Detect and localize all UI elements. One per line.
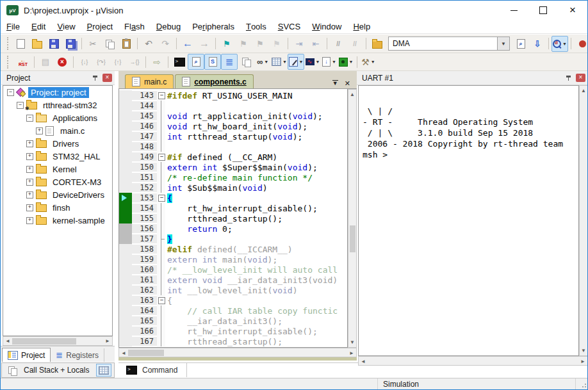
- step-out-icon[interactable]: {↑}: [110, 54, 126, 70]
- tree-expander-icon[interactable]: +: [26, 191, 33, 199]
- tree-expander-icon[interactable]: −: [26, 115, 33, 122]
- tree-item-rtthread-stm32[interactable]: −rtthread-stm32: [3, 99, 112, 111]
- close-button[interactable]: [558, 1, 587, 20]
- fold-column[interactable]: [157, 162, 165, 172]
- title-bar[interactable]: D:\project.uvprojx - µVision: [1, 1, 587, 20]
- navigate-forward-icon[interactable]: →: [196, 36, 213, 52]
- call-stack-window-icon[interactable]: [238, 54, 254, 70]
- fold-column[interactable]: [157, 203, 165, 213]
- watch-window-icon[interactable]: ∞▼: [254, 54, 271, 70]
- next-bookmark-icon[interactable]: ⚑: [252, 36, 268, 52]
- menu-project[interactable]: Project: [81, 20, 118, 33]
- uart-vscrollbar[interactable]: ▲ ▼: [579, 85, 588, 356]
- system-viewer-icon[interactable]: ↓▼: [321, 54, 338, 70]
- maximize-button[interactable]: [528, 1, 558, 20]
- tree-expander-icon[interactable]: +: [26, 217, 33, 224]
- uart-terminal[interactable]: \ | / - RT - Thread Operating System / |…: [358, 85, 579, 356]
- fold-column[interactable]: −: [157, 295, 165, 305]
- code-line-152[interactable]: 152int $Sub$$main(void): [119, 183, 347, 193]
- step-over-icon[interactable]: {↷}: [93, 54, 110, 70]
- stop-icon[interactable]: [54, 54, 70, 70]
- tree-item-finsh[interactable]: +finsh: [3, 201, 112, 214]
- tree-expander-icon[interactable]: +: [26, 166, 33, 173]
- code-line-149[interactable]: 149−#if defined (__CC_ARM): [119, 152, 347, 162]
- tree-item-stm32-hal[interactable]: +STM32_HAL: [3, 150, 112, 163]
- navigate-back-icon[interactable]: ←: [179, 36, 196, 52]
- comment-icon[interactable]: //: [330, 36, 347, 52]
- toolbox-icon[interactable]: ▼: [338, 54, 354, 70]
- menu-help[interactable]: Help: [347, 20, 376, 33]
- tree-expander-icon[interactable]: +: [36, 127, 43, 134]
- tree-item-kernel-sample[interactable]: +kernel-sample: [3, 214, 112, 227]
- memory-window-button[interactable]: [96, 364, 111, 377]
- resize-grip[interactable]: [578, 380, 587, 389]
- fold-column[interactable]: [157, 316, 165, 326]
- redo-icon[interactable]: ↷: [157, 36, 174, 52]
- editor-tab-components-c[interactable]: components.c: [175, 74, 253, 88]
- fold-column[interactable]: [157, 142, 165, 152]
- uart-hscrollbar[interactable]: ◄ ►: [358, 356, 588, 366]
- configure-tools-dropdown-icon[interactable]: ▼: [371, 60, 375, 64]
- code-line-150[interactable]: 150extern int $Super$$main(void);: [119, 162, 347, 172]
- tree-expander-icon[interactable]: −: [7, 89, 14, 96]
- tree-item-cortex-m3[interactable]: +CORTEX-M3: [3, 175, 112, 188]
- fold-column[interactable]: [157, 172, 165, 183]
- menu-edit[interactable]: Edit: [26, 20, 51, 33]
- find-combo[interactable]: DMA▼: [388, 37, 510, 51]
- code-line-158[interactable]: 158#elif defined(__ICCARM__): [119, 244, 347, 254]
- code-line-148[interactable]: 148: [119, 142, 347, 152]
- memory-window-dropdown-icon[interactable]: ▼: [282, 60, 287, 64]
- undo-icon[interactable]: ↶: [140, 36, 157, 52]
- new-file-icon[interactable]: [12, 36, 29, 52]
- code-line-156[interactable]: 156 return 0;: [119, 223, 347, 234]
- code-line-160[interactable]: 160/* __low_level_init will auto call: [119, 264, 347, 275]
- code-line-163[interactable]: 163−{: [119, 295, 347, 305]
- menu-svcs[interactable]: SVCS: [272, 20, 306, 33]
- code-line-145[interactable]: 145void rt_application_init(void);: [119, 111, 347, 121]
- tree-item-kernel[interactable]: +Kernel: [3, 163, 112, 175]
- step-into-icon[interactable]: {↓}: [76, 54, 93, 70]
- project-panel-close-icon[interactable]: [102, 74, 112, 82]
- uart-panel-close-icon[interactable]: [576, 74, 585, 82]
- fold-column[interactable]: −: [157, 152, 165, 162]
- call-stack-bar[interactable]: Call Stack + Locals: [1, 362, 115, 378]
- save-icon[interactable]: [45, 36, 62, 52]
- tree-expander-icon[interactable]: +: [26, 153, 33, 160]
- tree-expander-icon[interactable]: +: [26, 204, 33, 211]
- analysis-window-dropdown-icon[interactable]: ▼: [316, 60, 320, 64]
- memory-window-icon[interactable]: ▼: [271, 54, 288, 70]
- minimize-button[interactable]: [499, 1, 528, 20]
- code-line-143[interactable]: 143−#ifdef RT_USING_USER_MAIN: [119, 90, 347, 101]
- code-line-166[interactable]: 166 rt_hw_interrupt_disable();: [119, 326, 347, 336]
- run-icon[interactable]: ▤: [37, 54, 54, 70]
- code-line-146[interactable]: 146void rt_hw_board_init(void);: [119, 121, 347, 131]
- toolbox-dropdown-icon[interactable]: ▼: [349, 60, 354, 64]
- system-viewer-dropdown-icon[interactable]: ▼: [332, 60, 336, 64]
- tab-project[interactable]: Project: [2, 348, 51, 362]
- outdent-icon[interactable]: ⇤: [307, 36, 324, 52]
- fold-column[interactable]: [157, 131, 165, 142]
- copy-icon[interactable]: [101, 36, 118, 52]
- tree-item-applications[interactable]: −Applications: [3, 111, 112, 124]
- code-line-161[interactable]: 161extern void __iar_data_init3(void): [119, 275, 347, 285]
- show-next-statement-icon[interactable]: ⇨: [149, 54, 165, 70]
- insert-breakpoint-icon[interactable]: [574, 36, 588, 52]
- fold-column[interactable]: [157, 213, 165, 223]
- uart-pin-icon[interactable]: [564, 74, 573, 82]
- fold-column[interactable]: −: [157, 193, 165, 203]
- fold-column[interactable]: [157, 326, 165, 336]
- start-stop-debug-icon[interactable]: d▼: [551, 36, 568, 52]
- fold-column[interactable]: [157, 223, 165, 234]
- tree-expander-icon[interactable]: +: [26, 140, 33, 147]
- menu-peripherals[interactable]: Peripherals: [186, 20, 240, 33]
- code-line-157[interactable]: 157}: [119, 234, 347, 244]
- code-line-159[interactable]: 159extern int main(void);: [119, 254, 347, 264]
- tree-item-devicedrivers[interactable]: +DeviceDrivers: [3, 188, 112, 201]
- disassembly-window-icon[interactable]: ⌕: [188, 54, 204, 70]
- pin-icon[interactable]: [91, 74, 100, 82]
- incremental-find-icon[interactable]: ⇩: [529, 36, 546, 52]
- project-hscrollbar[interactable]: ◄ ►: [3, 336, 113, 346]
- fold-column[interactable]: [157, 234, 165, 244]
- find-combo-dropdown-icon[interactable]: ▼: [497, 37, 509, 50]
- code-line-154[interactable]: 154 rt_hw_interrupt_disable();: [119, 203, 347, 213]
